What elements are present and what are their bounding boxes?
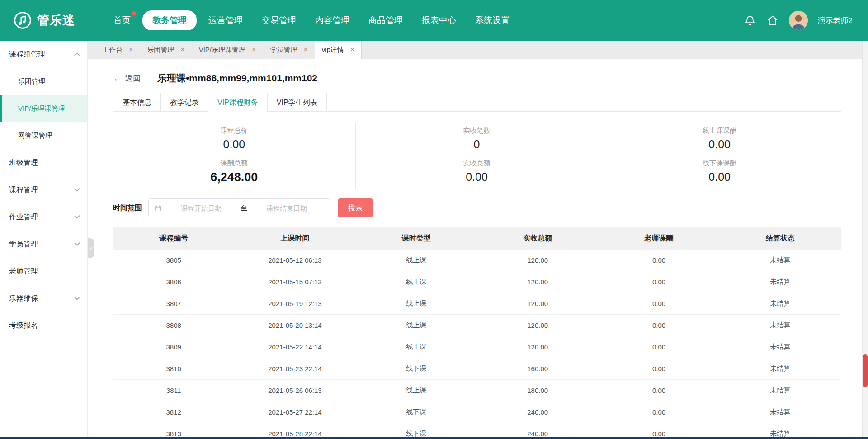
- table-row: 3813 2021-05-28 22:14 线下课 240.00 0.00 未结…: [113, 423, 841, 437]
- stats-panel: 课程总价 0.00 实收笔数 0 线上课课酬 0.00 课酬总额 6,248.0…: [113, 123, 841, 189]
- main-content: ← 返回 乐理课•mm88,mm99,mm101,mm102 基本信息 教学记录…: [88, 59, 868, 437]
- stat-pay-total: 课酬总额 6,248.00: [113, 155, 356, 189]
- detail-tab-basic-info[interactable]: 基本信息: [113, 93, 161, 112]
- stat-label: 实收笔数: [356, 127, 598, 135]
- stat-value: 0.00: [598, 138, 841, 151]
- back-arrow-icon: ←: [113, 74, 122, 83]
- table-row: 3810 2021-05-23 22:14 线下课 160.00 0.00 未结…: [113, 358, 841, 380]
- tab-vip-theory[interactable]: VIP/乐理课管理 ×: [192, 41, 264, 59]
- date-range-picker[interactable]: 至: [148, 198, 330, 217]
- table-row: 3812 2021-05-27 22:14 线下课 240.00 0.00 未结…: [113, 401, 841, 423]
- close-icon[interactable]: ×: [350, 46, 354, 53]
- stat-label: 线下课课酬: [598, 159, 841, 168]
- end-date-input[interactable]: [249, 204, 324, 212]
- sidebar-item-vip-theory[interactable]: VIP/乐理课管理: [0, 95, 87, 122]
- main-menu: 首页 教务管理 运营管理 交易管理 内容管理 商品管理 报表中心 系统设置: [106, 10, 517, 30]
- detail-tab-vip-finance[interactable]: VIP课程财务: [208, 93, 268, 112]
- detail-tabs: 基本信息 教学记录 VIP课程财务 VIP学生列表: [113, 93, 841, 112]
- top-navbar: 管乐迷 首页 教务管理 运营管理 交易管理 内容管理 商品管理 报表中心 系统设…: [0, 0, 868, 41]
- stat-value: 0: [356, 138, 598, 151]
- stat-value: 0.00: [598, 170, 841, 184]
- stat-online-pay: 线上课课酬 0.00: [598, 123, 841, 155]
- sidebar-item-teachers[interactable]: 老师管理: [0, 258, 87, 285]
- header-cell-settle-status: 结算状态: [720, 234, 841, 243]
- nav-item-content[interactable]: 内容管理: [308, 10, 357, 30]
- calendar-icon: [154, 204, 162, 212]
- nav-item-home[interactable]: 首页: [106, 10, 138, 30]
- tab-vip-detail[interactable]: vip详情 ×: [315, 41, 362, 59]
- sidebar-item-homework[interactable]: 作业管理: [0, 203, 87, 231]
- date-separator: 至: [239, 204, 249, 212]
- nav-item-settings[interactable]: 系统设置: [468, 10, 517, 30]
- nav-item-transactions[interactable]: 交易管理: [255, 10, 303, 30]
- nav-item-academic[interactable]: 教务管理: [142, 10, 197, 30]
- scrollbar-thumb[interactable]: [863, 354, 868, 387]
- detail-tab-teaching-records[interactable]: 教学记录: [160, 93, 208, 112]
- table-row: 3808 2021-05-20 13:14 线上课 120.00 0.00 未结…: [113, 315, 841, 336]
- filter-row: 时间范围 至 搜索: [113, 198, 841, 217]
- sidebar-item-instrument-maintenance[interactable]: 乐器维保: [0, 285, 87, 312]
- sidebar-collapse-handle[interactable]: ‹: [88, 238, 94, 258]
- user-name[interactable]: 演示老师2: [818, 15, 853, 26]
- title-divider: [149, 73, 149, 83]
- sidebar-item-exam-registration[interactable]: 考级报名: [0, 312, 87, 339]
- stat-received-total: 实收总额 0.00: [356, 155, 599, 189]
- back-button[interactable]: ← 返回: [113, 73, 141, 84]
- sidebar-item-net-course[interactable]: 网管课管理: [0, 122, 87, 149]
- sidebar-item-students[interactable]: 学员管理: [0, 231, 87, 258]
- close-icon[interactable]: ×: [129, 46, 133, 53]
- header-cell-course-id: 课程编号: [113, 234, 234, 243]
- nav-item-products[interactable]: 商品管理: [361, 10, 410, 30]
- user-avatar[interactable]: [789, 11, 808, 30]
- home-icon[interactable]: [766, 14, 779, 27]
- search-button[interactable]: 搜索: [338, 198, 373, 217]
- bell-icon[interactable]: [744, 14, 756, 27]
- stat-received-count: 实收笔数 0: [356, 123, 599, 155]
- table-row: 3811 2021-05-26 06:13 线上课 180.00 0.00 未结…: [113, 380, 841, 401]
- scrollbar-track: [862, 41, 868, 437]
- sidebar-item-orchestra[interactable]: 乐团管理: [0, 68, 87, 95]
- table-row: 3805 2021-05-12 06:13 线上课 120.00 0.00 未结…: [113, 250, 841, 271]
- chevron-left-icon: ‹: [90, 244, 93, 253]
- header-cell-teacher-pay: 老师课酬: [598, 234, 719, 243]
- title-row: ← 返回 乐理课•mm88,mm99,mm101,mm102: [113, 72, 841, 85]
- close-icon[interactable]: ×: [252, 46, 256, 53]
- chevron-down-icon: [74, 186, 80, 192]
- stat-label: 线上课课酬: [598, 127, 841, 135]
- table-row: 3809 2021-05-22 14:14 线上课 120.00 0.00 未结…: [113, 336, 841, 358]
- open-tabs-bar: 工作台 × 乐团管理 × VIP/乐理课管理 × 学员管理 × vip详情 ×: [88, 41, 868, 59]
- sidebar-item-classes[interactable]: 班级管理: [0, 149, 87, 176]
- taskbar-edge-strip: [0, 437, 868, 439]
- stat-course-total-price: 课程总价 0.00: [113, 123, 356, 155]
- tab-workbench[interactable]: 工作台 ×: [95, 41, 140, 59]
- sidebar: 课程组管理 乐团管理 VIP/乐理课管理 网管课管理 班级管理 课程管理 作业管…: [0, 41, 88, 437]
- header-cell-lesson-type: 课时类型: [356, 234, 477, 243]
- brand-name: 管乐迷: [37, 12, 75, 28]
- filter-label: 时间范围: [113, 203, 142, 213]
- detail-tab-vip-students[interactable]: VIP学生列表: [267, 93, 327, 112]
- start-date-input[interactable]: [164, 204, 239, 212]
- course-table: 课程编号 上课时间 课时类型 实收总额 老师课酬 结算状态 3805 2021-…: [113, 227, 841, 437]
- tab-orchestra[interactable]: 乐团管理 ×: [140, 41, 192, 59]
- chevron-down-icon: [74, 213, 80, 219]
- stat-value: 6,248.00: [113, 170, 355, 184]
- chevron-up-icon: [74, 52, 80, 58]
- brand-logo[interactable]: 管乐迷: [0, 11, 106, 29]
- close-icon[interactable]: ×: [303, 46, 307, 53]
- page-title: 乐理课•mm88,mm99,mm101,mm102: [157, 72, 317, 85]
- stat-label: 实收总额: [356, 159, 598, 168]
- chevron-down-icon: [74, 240, 80, 246]
- header-cell-class-time: 上课时间: [234, 234, 355, 243]
- nav-item-reports[interactable]: 报表中心: [415, 10, 463, 30]
- close-icon[interactable]: ×: [180, 46, 184, 53]
- sidebar-item-courses[interactable]: 课程管理: [0, 176, 87, 203]
- stat-value: 0.00: [356, 170, 598, 184]
- table-row: 3807 2021-05-19 12:13 线上课 120.00 0.00 未结…: [113, 293, 841, 315]
- stat-label: 课酬总额: [113, 159, 355, 168]
- table-header: 课程编号 上课时间 课时类型 实收总额 老师课酬 结算状态: [113, 227, 841, 250]
- stat-offline-pay: 线下课课酬 0.00: [598, 155, 841, 189]
- sidebar-item-course-groups[interactable]: 课程组管理: [0, 41, 87, 68]
- table-row: 3806 2021-05-15 07:13 线上课 120.00 0.00 未结…: [113, 271, 841, 293]
- tab-students[interactable]: 学员管理 ×: [263, 41, 315, 59]
- nav-item-operations[interactable]: 运营管理: [201, 10, 250, 30]
